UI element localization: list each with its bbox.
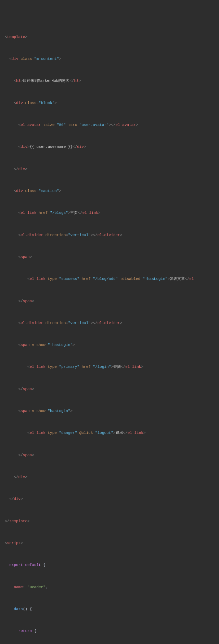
- code-line: </span>: [5, 298, 214, 305]
- code-editor[interactable]: <template> <div class="m-content"> <h3>欢…: [5, 34, 214, 644]
- link-home-text: 主页: [70, 211, 78, 215]
- code-line: </template>: [5, 518, 214, 525]
- code-line: <span v-show="!hasLogin">: [5, 342, 214, 349]
- code-line: </span>: [5, 452, 214, 459]
- code-line: <el-divider direction="vertical"></el-di…: [5, 232, 214, 239]
- code-line: </div>: [5, 166, 214, 173]
- code-line: <span>: [5, 254, 214, 261]
- code-line: </div>: [5, 474, 214, 481]
- h3-text: 欢迎来到MarkerHub的博客: [23, 79, 69, 83]
- code-line: return {: [5, 628, 214, 635]
- code-line: name: "Header",: [5, 584, 214, 591]
- link-add-text: 发表文章: [170, 277, 185, 281]
- mustache: {{ user.username }}: [30, 145, 73, 149]
- name-val: "Header": [27, 585, 46, 589]
- code-line: <h3>欢迎来到MarkerHub的博客</h3>: [5, 77, 214, 85]
- code-line: <span v-show="hasLogin">: [5, 408, 214, 415]
- code-line: </span>: [5, 386, 214, 393]
- code-line: <script>: [5, 540, 214, 547]
- code-line: <el-link type="primary" href="/login">登陆…: [5, 363, 214, 371]
- code-line: <el-divider direction="vertical"></el-di…: [5, 320, 214, 327]
- link-login-text: 登陆: [113, 365, 121, 369]
- code-line: <el-link type="danger" @click="logout">退…: [5, 429, 214, 437]
- code-line: <div class="maction">: [5, 188, 214, 195]
- code-line: <el-avatar :size="50" :src="user.avatar"…: [5, 121, 214, 129]
- code-line: <div class="m-content">: [5, 55, 214, 63]
- code-line: <div>{{ user.username }}</div>: [5, 143, 214, 151]
- code-line: <el-link href="/blogs">主页</el-link>: [5, 209, 214, 217]
- code-line: export default {: [5, 562, 214, 569]
- code-line: </div>: [5, 495, 214, 503]
- code-line: <div class="block">: [5, 100, 214, 107]
- code-line: <template>: [5, 34, 214, 41]
- link-logout-text: 退出: [116, 431, 123, 435]
- code-line: <el-link type="success" href="/blog/add"…: [5, 275, 214, 283]
- code-line: data() {: [5, 606, 214, 613]
